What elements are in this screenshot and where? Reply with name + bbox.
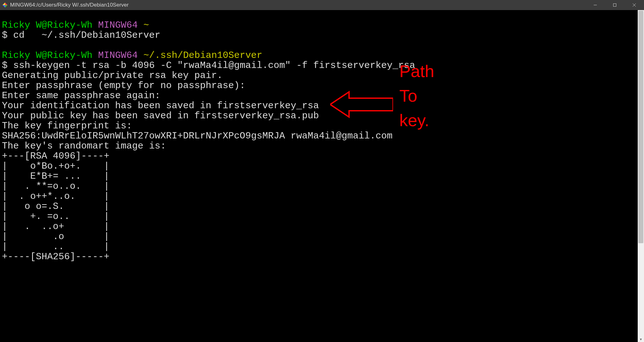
output-line: Enter same passphrase again: [2,90,160,101]
randomart-line: | .. | [2,241,109,252]
cmd-prefix: $ [2,30,13,41]
svg-marker-4 [3,3,5,5]
randomart-line: | . **=o..o. | [2,181,109,192]
terminal-client[interactable]: ▲ ▼ Ricky W@Ricky-Wh MINGW64 ~ $ cd ~/.s… [0,10,644,342]
window-title: MINGW64:/c/Users/Ricky W/.ssh/Debian10Se… [10,2,586,8]
randomart-line: | +. =o.. | [2,211,109,222]
output-line: Your public key has been saved in firsts… [2,110,319,121]
cmd-prefix: $ [2,60,13,71]
output-line: Your identification has been saved in fi… [2,100,319,111]
annotation-text: Path To key. [399,59,434,132]
output-line: The key's randomart image is: [2,141,166,151]
randomart-line: +---[RSA 4096]----+ [2,151,109,161]
maximize-button[interactable] [605,0,625,10]
prompt-path: ~/.ssh/Debian10Server [143,50,262,61]
cmd-text: ssh-keygen -t rsa -b 4096 -C "rwaMa4il@g… [13,60,415,71]
annotation-text-line: key. [399,108,434,132]
prompt-user-host: Ricky W@Ricky-Wh [2,20,92,31]
prompt-line-2: Ricky W@Ricky-Wh MINGW64 ~/.ssh/Debian10… [2,50,262,61]
app-icon [3,3,8,8]
vertical-scrollbar[interactable]: ▲ ▼ [638,10,644,342]
scroll-down-icon[interactable]: ▼ [638,336,644,342]
minimize-button[interactable] [586,0,605,10]
svg-marker-2 [5,5,8,8]
output-line: SHA256:UwdRrEloIR5wnWLhT27owXRI+DRLrNJrX… [2,131,392,141]
randomart-line: | o o=.S. | [2,201,109,212]
window-controls [586,0,644,10]
scroll-thumb[interactable] [638,11,643,243]
cmd-line-2: $ ssh-keygen -t rsa -b 4096 -C "rwaMa4il… [2,60,415,71]
randomart-line: | . o++*..o. | [2,191,109,202]
annotation-text-line: Path [399,59,434,83]
prompt-env: MINGW64 [98,50,138,61]
output-line: Enter passphrase (empty for no passphras… [2,80,245,91]
randomart-line: | .o | [2,231,109,242]
titlebar[interactable]: MINGW64:/c/Users/Ricky W/.ssh/Debian10Se… [0,0,644,10]
terminal-output[interactable]: Ricky W@Ricky-Wh MINGW64 ~ $ cd ~/.ssh/D… [2,10,637,262]
prompt-env: MINGW64 [98,20,138,31]
output-line: Generating public/private rsa key pair. [2,70,223,81]
svg-rect-6 [613,4,616,7]
close-button[interactable] [625,0,644,10]
svg-marker-3 [3,5,5,8]
cmd-line-1: $ cd ~/.ssh/Debian10Server [2,30,160,41]
output-line: The key fingerprint is: [2,121,132,131]
prompt-user-host: Ricky W@Ricky-Wh [2,50,92,61]
randomart-line: +----[SHA256]-----+ [2,251,109,262]
cmd-text: cd ~/.ssh/Debian10Server [13,30,160,41]
randomart-line: | E*B+= ... | [2,171,109,182]
svg-marker-1 [5,3,8,5]
randomart-line: | . ..o+ | [2,221,109,232]
annotation-text-line: To [399,83,434,108]
randomart-line: | o*Bo.+o+. | [2,161,109,171]
prompt-path: ~ [143,20,149,31]
prompt-line-1: Ricky W@Ricky-Wh MINGW64 ~ [2,20,149,31]
